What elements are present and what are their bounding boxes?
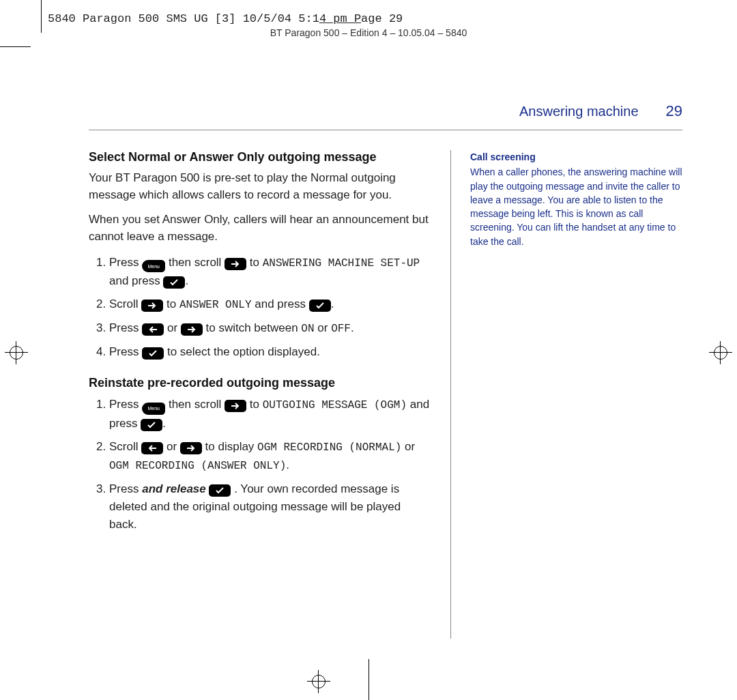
- side-title: Call screening: [470, 150, 682, 164]
- menu-button-icon: Menu: [142, 403, 165, 415]
- registration-mark: [709, 341, 732, 364]
- right-arrow-icon: [225, 400, 246, 412]
- crop-mark: [0, 46, 31, 47]
- page-number: 29: [666, 102, 682, 120]
- header-rule: [89, 130, 682, 130]
- lcd-text: OUTGOING MESSAGE (OGM): [263, 399, 407, 411]
- step: Press and release . Your own recorded me…: [109, 480, 430, 534]
- right-arrow-icon: [141, 300, 163, 312]
- right-arrow-icon: [225, 258, 246, 270]
- section-name: Answering machine: [519, 104, 639, 119]
- step: Scroll to ANSWER ONLY and press .: [109, 295, 430, 314]
- step: Press Menu then scroll to OUTGOING MESSA…: [109, 396, 430, 433]
- heading-reinstate: Reinstate pre-recorded outgoing message: [89, 376, 430, 390]
- paragraph: Your BT Paragon 500 is pre-set to play t…: [89, 170, 430, 203]
- paragraph: When you set Answer Only, callers will h…: [89, 212, 430, 245]
- registration-mark: [5, 341, 28, 364]
- left-arrow-icon: [142, 323, 164, 336]
- menu-button-icon: Menu: [142, 260, 165, 272]
- step: Press Menu then scroll to ANSWERING MACH…: [109, 254, 430, 291]
- step: Press or to switch between ON or OFF.: [109, 319, 430, 338]
- side-body: When a caller phones, the answering mach…: [470, 165, 682, 248]
- lcd-text: OFF: [331, 323, 351, 335]
- slug-post: age 29: [361, 12, 403, 25]
- steps-list-1: Press Menu then scroll to ANSWERING MACH…: [89, 254, 430, 362]
- content-area: Select Normal or Answer Only outgoing me…: [89, 150, 682, 639]
- lcd-text: ON: [301, 323, 314, 335]
- lcd-text: OGM RECORDING (ANSWER ONLY): [109, 460, 286, 472]
- lcd-text: OGM RECORDING (NORMAL): [257, 441, 401, 454]
- left-arrow-icon: [141, 442, 163, 454]
- crop-mark: [369, 659, 369, 700]
- slug-pre: 5840 Paragon 500 SMS UG [3] 10/5/04 5:1: [48, 12, 319, 25]
- page-header: Answering machine 29: [89, 102, 682, 120]
- registration-mark: [307, 670, 330, 693]
- tick-button-icon: [209, 484, 231, 497]
- crop-mark: [41, 0, 42, 33]
- right-arrow-icon: [180, 442, 202, 454]
- tick-button-icon: [141, 419, 162, 431]
- steps-list-2: Press Menu then scroll to OUTGOING MESSA…: [89, 396, 430, 534]
- edition-line: BT Paragon 500 – Edition 4 – 10.05.04 – …: [0, 27, 737, 38]
- lcd-text: ANSWER ONLY: [179, 299, 252, 311]
- side-column: Call screening When a caller phones, the…: [450, 150, 682, 639]
- step: Press to select the option displayed.: [109, 343, 430, 361]
- print-slug: 5840 Paragon 500 SMS UG [3] 10/5/04 5:14…: [48, 12, 403, 25]
- tick-button-icon: [142, 347, 164, 360]
- step: Scroll or to display OGM RECORDING (NORM…: [109, 438, 430, 475]
- slug-underlined: 4 pm P: [319, 12, 361, 25]
- heading-select-normal: Select Normal or Answer Only outgoing me…: [89, 150, 430, 164]
- tick-button-icon: [163, 276, 185, 289]
- lcd-text: ANSWERING MACHINE SET-UP: [263, 257, 420, 269]
- emphasis: and release: [142, 482, 206, 495]
- main-column: Select Normal or Answer Only outgoing me…: [89, 150, 430, 639]
- right-arrow-icon: [181, 323, 203, 336]
- tick-button-icon: [309, 300, 331, 312]
